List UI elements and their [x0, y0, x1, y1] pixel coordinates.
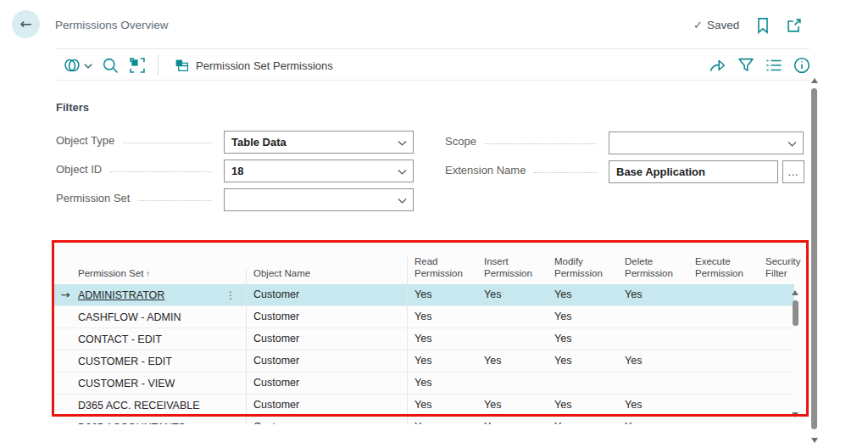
- cell-delete[interactable]: [618, 372, 688, 395]
- scroll-up-icon[interactable]: [811, 78, 818, 83]
- cell-read[interactable]: Yes: [407, 284, 477, 306]
- cell-object_name[interactable]: Customer: [246, 350, 407, 372]
- cell-object_name[interactable]: Customer: [246, 372, 407, 395]
- table-row[interactable]: D365 ACC. RECEIVABLECustomerYesYesYesYes: [54, 395, 794, 417]
- permission-set-link[interactable]: CASHFLOW - ADMIN: [78, 307, 181, 328]
- share-icon[interactable]: [709, 56, 727, 75]
- cell-execute[interactable]: [688, 306, 759, 328]
- column-header-read[interactable]: Read Permission: [407, 256, 477, 284]
- column-header-execute[interactable]: Execute Permission: [688, 256, 759, 284]
- search-icon[interactable]: [101, 56, 120, 75]
- column-header-security_filter[interactable]: Security Filter: [759, 256, 804, 284]
- cell-permission-set[interactable]: CASHFLOW - ADMIN: [76, 306, 246, 328]
- object-type-dropdown[interactable]: Table Data: [224, 131, 414, 154]
- chevron-down-icon[interactable]: [83, 61, 93, 71]
- related-entries-icon[interactable]: [63, 56, 81, 75]
- cell-modify[interactable]: Yes: [548, 350, 618, 372]
- cell-object_name[interactable]: Customer: [246, 306, 407, 328]
- page-vertical-scrollbar[interactable]: [810, 78, 818, 448]
- cell-execute[interactable]: [688, 328, 759, 350]
- cell-insert[interactable]: Yes: [477, 350, 548, 372]
- cell-modify[interactable]: [548, 372, 618, 395]
- table-row[interactable]: →ADMINISTRATOR⋮CustomerYesYesYesYes: [54, 284, 794, 306]
- cell-permission-set[interactable]: D365 ACC. RECEIVABLE: [76, 395, 246, 417]
- permission-set-link[interactable]: CUSTOMER - EDIT: [78, 351, 172, 372]
- cell-security_filter[interactable]: [759, 328, 794, 350]
- cell-security_filter[interactable]: [759, 350, 794, 372]
- cell-delete[interactable]: Yes: [618, 417, 688, 424]
- cell-permission-set[interactable]: CUSTOMER - EDIT: [76, 350, 246, 372]
- cell-read[interactable]: Yes: [407, 372, 477, 395]
- page-scrollbar-thumb[interactable]: [811, 88, 817, 429]
- cell-execute[interactable]: [688, 284, 759, 306]
- cell-insert[interactable]: [477, 372, 548, 395]
- cell-delete[interactable]: [618, 328, 688, 350]
- scope-dropdown[interactable]: [609, 132, 804, 154]
- cell-execute[interactable]: [688, 372, 759, 395]
- scroll-up-icon[interactable]: [792, 290, 798, 295]
- column-header-insert[interactable]: Insert Permission: [477, 256, 548, 284]
- scroll-down-icon[interactable]: [811, 438, 818, 443]
- cell-delete[interactable]: Yes: [618, 284, 688, 306]
- cell-execute[interactable]: [688, 417, 759, 424]
- cell-execute[interactable]: [688, 395, 759, 417]
- extension-name-input[interactable]: Base Application: [609, 160, 778, 183]
- permission-set-link[interactable]: D365 ACC. RECEIVABLE: [78, 395, 200, 417]
- table-row[interactable]: CONTACT - EDITCustomerYesYes: [54, 328, 794, 350]
- back-button[interactable]: ←: [12, 10, 40, 38]
- cell-delete[interactable]: Yes: [618, 395, 688, 417]
- cell-object_name[interactable]: Customer: [246, 328, 407, 350]
- permission-set-link[interactable]: ADMINISTRATOR: [78, 285, 164, 306]
- column-header-modify[interactable]: Modify Permission: [548, 256, 618, 284]
- bookmark-icon[interactable]: [754, 17, 771, 34]
- cell-insert[interactable]: Yes: [477, 395, 548, 417]
- cell-insert[interactable]: Yes: [477, 417, 548, 424]
- grid-scrollbar-thumb[interactable]: [793, 300, 798, 326]
- cell-security_filter[interactable]: [759, 284, 794, 306]
- cell-modify[interactable]: Yes: [548, 395, 618, 417]
- scroll-down-icon[interactable]: [792, 412, 798, 417]
- cell-permission-set[interactable]: ADMINISTRATOR⋮: [76, 284, 246, 306]
- table-row[interactable]: CUSTOMER - EDITCustomerYesYesYesYes: [54, 350, 794, 372]
- cell-permission-set[interactable]: D365 ACCOUNTANTS: [76, 417, 246, 424]
- info-icon[interactable]: [793, 56, 811, 75]
- table-row[interactable]: CASHFLOW - ADMINCustomerYesYes: [54, 306, 794, 328]
- cell-modify[interactable]: Yes: [548, 328, 618, 350]
- cell-delete[interactable]: [618, 306, 688, 328]
- cell-modify[interactable]: Yes: [548, 417, 618, 424]
- cell-security_filter[interactable]: [759, 306, 794, 328]
- cell-read[interactable]: Yes: [407, 395, 477, 417]
- filter-icon[interactable]: [737, 56, 755, 75]
- cell-object_name[interactable]: Customer: [246, 395, 407, 417]
- cell-object_name[interactable]: Customer: [246, 417, 407, 424]
- table-row[interactable]: CUSTOMER - VIEWCustomerYes: [54, 372, 794, 395]
- column-header-delete[interactable]: Delete Permission: [618, 256, 688, 284]
- permission-set-link[interactable]: CUSTOMER - VIEW: [78, 373, 175, 395]
- cell-permission-set[interactable]: CONTACT - EDIT: [76, 328, 246, 350]
- table-row[interactable]: D365 ACCOUNTANTSCustomerYesYesYesYes: [54, 417, 794, 424]
- cell-read[interactable]: Yes: [407, 328, 477, 350]
- cell-security_filter[interactable]: [759, 372, 794, 395]
- cell-insert[interactable]: [477, 328, 548, 350]
- cell-permission-set[interactable]: CUSTOMER - VIEW: [76, 372, 246, 395]
- permission-set-link[interactable]: D365 ACCOUNTANTS: [78, 417, 186, 425]
- cell-read[interactable]: Yes: [407, 350, 477, 372]
- cell-security_filter[interactable]: [759, 417, 794, 424]
- permission-set-permissions-button[interactable]: Permission Set Permissions: [175, 54, 333, 76]
- cell-read[interactable]: Yes: [407, 417, 477, 424]
- permission-set-link[interactable]: CONTACT - EDIT: [78, 329, 162, 350]
- object-id-dropdown[interactable]: 18: [224, 160, 414, 182]
- open-in-new-window-icon[interactable]: [786, 17, 803, 34]
- cell-insert[interactable]: [477, 306, 548, 328]
- focus-mode-icon[interactable]: [128, 56, 147, 75]
- cell-insert[interactable]: Yes: [477, 284, 548, 306]
- cell-security_filter[interactable]: [759, 395, 794, 417]
- grid-vertical-scrollbar[interactable]: [792, 290, 798, 417]
- extension-name-assist-button[interactable]: …: [782, 160, 804, 183]
- cell-delete[interactable]: Yes: [618, 350, 688, 372]
- column-header-object_name[interactable]: Object Name: [246, 268, 407, 285]
- permission-set-dropdown[interactable]: [224, 188, 414, 211]
- cell-modify[interactable]: Yes: [548, 306, 618, 328]
- column-header-permission_set[interactable]: Permission Set ↑: [76, 268, 246, 285]
- cell-execute[interactable]: [688, 350, 759, 372]
